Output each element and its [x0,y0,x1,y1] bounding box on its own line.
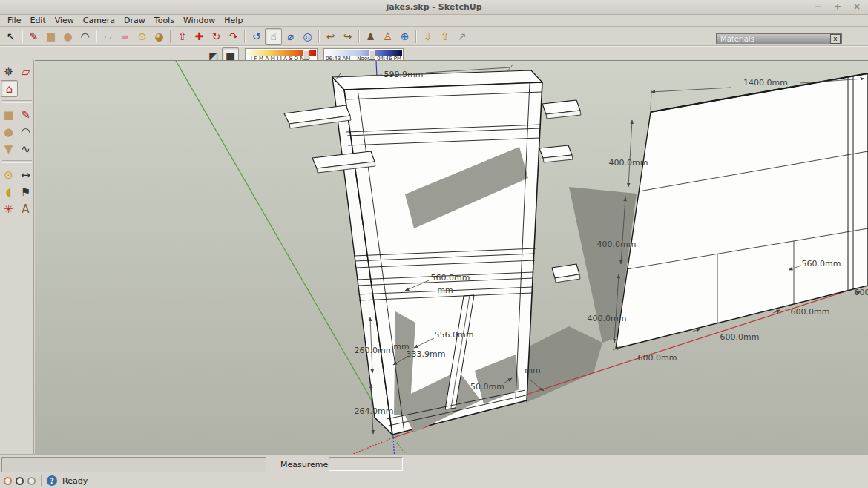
dimension-label: 556.0mm [435,330,474,340]
claim-model-status-icon[interactable] [16,477,24,485]
toolbar-separator [22,30,23,43]
menu-item-file[interactable]: File [3,16,25,25]
window-title: jakes.skp - SketchUp [386,2,481,12]
component-exchange-button[interactable]: ↗ [453,28,470,45]
help-icon[interactable]: ? [47,475,57,486]
text-tool[interactable]: ⚑ [17,183,34,200]
dimension-label: mm [437,286,453,295]
date-slider-thumb[interactable] [303,50,309,60]
polygon-tool[interactable]: ▼ [0,140,17,157]
side-panel-model [616,73,868,349]
menu-item-view[interactable]: View [50,16,79,25]
materials-panel-title: Materials [720,35,754,43]
freehand-tool[interactable]: ∿ [17,140,34,157]
viewport-canvas[interactable]: 599.9mm560.0mmmm556.0mm333.9mmmm260.0mm2… [35,60,868,454]
previous-view-button[interactable]: ↩ [322,28,339,45]
make-component-tool[interactable]: ▱ [99,28,116,45]
position-camera-tool[interactable]: ♟ [362,28,379,45]
pan-tool[interactable]: ☝ [265,28,282,45]
credits-status-icon[interactable] [27,477,36,485]
zoom-tool[interactable]: ⌀ [282,28,299,45]
protractor-tool[interactable]: ◖ [0,183,17,200]
circle-tool[interactable]: ● [59,28,76,45]
cabinet-cast-shadow [522,326,602,403]
menu-item-draw[interactable]: Draw [119,16,150,25]
look-around-tool[interactable]: ♙ [379,28,396,45]
blue-axis-dotted [393,438,395,455]
push-pull-tool[interactable]: ⇧ [174,28,191,45]
time-slider-thumb[interactable] [369,50,375,60]
geolocation-status-icon[interactable] [4,477,12,485]
red-axis-dotted [326,438,393,455]
eraser-tool[interactable]: ▰ [116,28,134,45]
dimension-label: 333.9mm [407,349,446,359]
dimension-label: 600 [855,288,868,297]
arc-tool[interactable]: ◠ [17,123,34,140]
dimension-label: 560.0mm [431,273,470,283]
statusbar: ? Ready [0,473,868,488]
move-tool[interactable]: ✚ [191,28,208,45]
menu-item-tools[interactable]: Tools [150,16,179,25]
offset-tool[interactable]: ↷ [225,28,242,45]
menu-item-edit[interactable]: Edit [25,16,50,25]
dimension-label: mm [525,366,540,375]
dimension-label: 260.0mm [355,346,394,355]
materials-close-icon[interactable]: x [830,34,841,44]
measurements-bar: Measurements [0,454,868,474]
materials-panel[interactable]: Materials x [716,33,842,44]
tape-measure-tool[interactable]: ⊙ [134,28,151,45]
face-style-button[interactable]: ⌂ [1,80,18,97]
dimension-label: 560.0mm [802,259,841,268]
rotate-tool[interactable]: ↻ [208,28,225,45]
tape-measure-tool[interactable]: ⊙ [0,166,17,183]
axes-tool[interactable]: ✳ [0,200,17,217]
dimension-label: 400.0mm [609,158,648,168]
rectangle-tool[interactable]: ■ [42,28,59,45]
select-tool[interactable]: ↖ [2,28,19,45]
circle-tool[interactable]: ● [0,123,17,140]
orbit-tool[interactable]: ↺ [248,28,265,45]
menu-item-window[interactable]: Window [179,16,220,25]
status-ready-text: Ready [62,476,88,486]
statusbar-divider [41,475,42,486]
status-hint-area [1,457,266,472]
get-models-button[interactable]: ⇩ [419,28,436,45]
menu-item-camera[interactable]: Camera [79,16,119,25]
close-button[interactable]: × [853,0,861,14]
green-axis-dotted [393,438,408,455]
dimension-tool[interactable]: ↔ [17,166,34,183]
toolbar-separator [2,100,32,103]
measurements-input[interactable] [329,457,403,471]
paint-bucket-tool[interactable]: ◕ [151,28,168,45]
face-style-backedges-button[interactable]: ▱ [17,63,34,80]
line-tool[interactable]: ✎ [25,28,42,45]
google-earth-button[interactable]: ⊕ [396,28,413,45]
dimension-label: 600.0mm [791,307,830,317]
dimension-label: 264.0mm [355,406,394,416]
toolbar-separator [96,30,97,43]
model-drawing: 599.9mm560.0mmmm556.0mm333.9mmmm260.0mm2… [35,61,868,455]
dimension-label: 400.0mm [588,314,627,323]
dimension-label: 1400.0mm [743,78,788,88]
menubar: FileEditViewCameraDrawToolsWindowHelp [0,15,868,26]
toolbar-separator [170,30,171,43]
minimize-button[interactable]: − [815,0,822,14]
line-tool[interactable]: ✎ [17,106,34,123]
next-view-button[interactable]: ↪ [339,28,356,45]
dimension-label: 600.0mm [638,353,677,363]
toolbar-separator [244,30,246,43]
dimension-label: 50.0mm [470,382,504,392]
share-model-button[interactable]: ⇧ [436,28,453,45]
maximize-button[interactable]: + [834,0,841,14]
menu-item-help[interactable]: Help [220,16,247,25]
left-toolbar: ✵▱⌂■✎●◠▼∿⊙↔◖⚑✳A [0,60,34,454]
zoom-extents-tool[interactable]: ◎ [299,28,316,45]
dimension-label: mm [393,342,409,352]
arc-tool[interactable]: ◠ [76,28,93,45]
rectangle-tool[interactable]: ■ [0,106,17,123]
3d-text-tool[interactable]: A [17,200,34,217]
window-titlebar[interactable]: jakes.skp - SketchUp − + × [0,0,868,15]
toolbar-spacer [18,80,33,96]
toggle-terrain-button[interactable]: ✵ [0,63,17,80]
toolbar-separator [358,30,360,43]
